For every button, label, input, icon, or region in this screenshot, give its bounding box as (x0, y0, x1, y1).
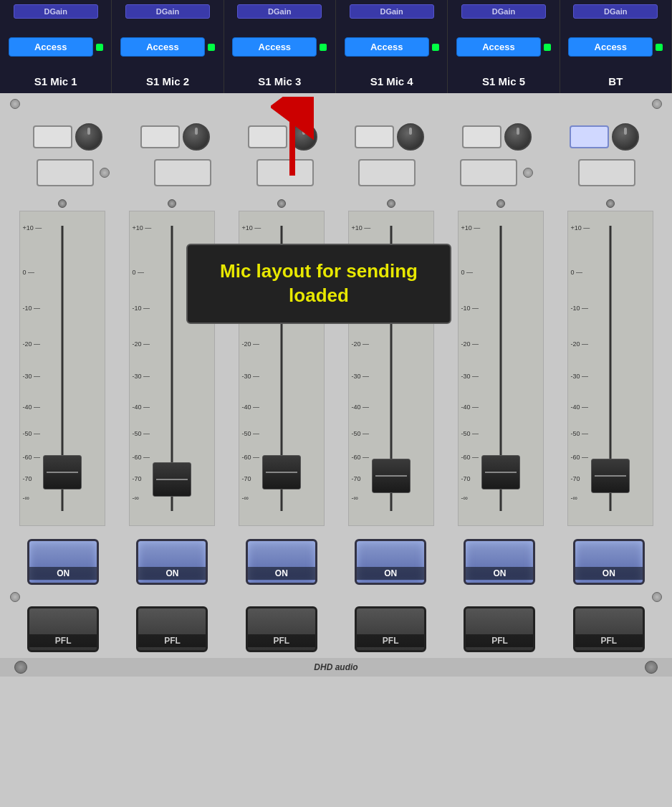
channel-4-header: DGain Access S1 Mic 4 (336, 0, 448, 93)
screw-r2-1 (100, 168, 110, 178)
on-button-3[interactable]: ON (246, 539, 317, 585)
green-indicator-1 (96, 44, 103, 51)
channel-1-label: S1 Mic 1 (34, 75, 77, 87)
green-indicator-2 (208, 44, 215, 51)
dgain-2-button[interactable]: DGain (125, 4, 210, 19)
knob-1[interactable] (75, 123, 102, 151)
channel-3-label: S1 Mic 3 (258, 75, 301, 87)
screw-fader-2-top (168, 199, 176, 208)
access-4-button[interactable]: Access (345, 37, 429, 57)
knob-4[interactable] (397, 123, 424, 151)
green-indicator-5 (544, 44, 551, 51)
access-3-button[interactable]: Access (232, 37, 317, 57)
button-row2-2[interactable] (154, 159, 211, 186)
screw-fader-3-top (277, 199, 286, 208)
fader-handle-4[interactable] (372, 459, 411, 493)
screw-r2-2 (523, 168, 533, 178)
on-button-2[interactable]: ON (136, 539, 208, 585)
fader-channel-5: +10 — 0 — -10 — -20 — -30 — -40 — -50 — … (454, 199, 547, 526)
pfl-buttons-row: PFL PFL PFL PFL PFL PFL (0, 603, 672, 658)
screw-top-right (652, 99, 662, 109)
knobs-row (0, 110, 672, 156)
pfl-button-3[interactable]: PFL (246, 606, 317, 652)
green-indicator-bt (656, 44, 663, 51)
button-rect-1[interactable] (33, 125, 72, 148)
pfl-button-6[interactable]: PFL (573, 606, 645, 652)
bottom-bar: DHD audio (0, 658, 672, 677)
knob-5[interactable] (504, 123, 532, 151)
on-label-6: ON (575, 567, 643, 580)
channel-5-header: DGain Access S1 Mic 5 (448, 0, 560, 93)
knob-6[interactable] (612, 123, 639, 151)
pfl-button-4[interactable]: PFL (355, 606, 426, 652)
screw-fader-4-top (387, 199, 395, 208)
on-button-4[interactable]: ON (355, 539, 426, 585)
screw-fader-6-top (606, 199, 615, 208)
access-2-button[interactable]: Access (120, 37, 205, 57)
on-label-1: ON (29, 567, 97, 580)
button-row2-5[interactable] (460, 159, 517, 186)
screw-fader-1-top (58, 199, 67, 208)
dgain-4-button[interactable]: DGain (350, 4, 434, 19)
notification-box: Mic layout for sending loaded (186, 244, 451, 324)
knob-group-6 (570, 123, 639, 151)
on-label-5: ON (466, 567, 533, 580)
button-rect-4[interactable] (355, 125, 394, 148)
fader-channel-1: +10 — 0 — -10 — -20 — -30 — -40 — -50 — … (16, 199, 109, 526)
dgain-5-button[interactable]: DGain (461, 4, 546, 19)
on-button-6[interactable]: ON (573, 539, 645, 585)
on-button-1[interactable]: ON (27, 539, 99, 585)
button-rect-5[interactable] (462, 125, 501, 148)
access-bt-button[interactable]: Access (568, 37, 653, 57)
channel-bt-header: DGain Access BT (560, 0, 672, 93)
green-indicator-4 (432, 44, 439, 51)
bottom-screw-left (14, 661, 27, 674)
arrow-indicator (271, 97, 314, 176)
fader-channel-6: +10 — 0 — -10 — -20 — -30 — -40 — -50 — … (564, 199, 657, 526)
pfl-button-2[interactable]: PFL (136, 606, 208, 652)
knob-group-2 (140, 123, 210, 151)
access-5-button[interactable]: Access (456, 37, 541, 57)
on-button-5[interactable]: ON (464, 539, 535, 585)
pfl-button-5[interactable]: PFL (464, 606, 535, 652)
pfl-button-1[interactable]: PFL (27, 606, 99, 652)
channel-3-header: DGain Access S1 Mic 3 (224, 0, 336, 93)
btn-group-r2-1 (37, 159, 110, 186)
button-rect-2[interactable] (140, 125, 180, 148)
fader-handle-6[interactable] (591, 459, 630, 493)
channel-1-header: DGain Access S1 Mic 1 (0, 0, 112, 93)
dgain-3-button[interactable]: DGain (237, 4, 322, 19)
screen-area: DGain Access S1 Mic 1 DGain Access S1 Mi… (0, 0, 672, 93)
screw-fader-5-top (496, 199, 505, 208)
channel-2-label: S1 Mic 2 (146, 75, 189, 87)
pfl-label-3: PFL (248, 634, 315, 647)
button-row2-6[interactable] (578, 159, 635, 186)
dgain-1-button[interactable]: DGain (14, 4, 98, 19)
fader-handle-1[interactable] (43, 455, 82, 490)
fader-scale-5: +10 — 0 — -10 — -20 — -30 — -40 — -50 — … (458, 211, 544, 526)
knob-group-4 (355, 123, 424, 151)
channel-bt-label: BT (608, 75, 623, 87)
access-1-button[interactable]: Access (9, 37, 93, 57)
button-rect-6-lit[interactable] (570, 125, 609, 148)
button-row2-1[interactable] (37, 159, 94, 186)
screw-mid-right (652, 592, 662, 602)
fader-handle-5[interactable] (481, 455, 520, 490)
knob-2[interactable] (183, 123, 210, 151)
notification-text: Mic layout for sending loaded (205, 259, 433, 308)
green-indicator-3 (320, 44, 327, 51)
channel-4-label: S1 Mic 4 (370, 75, 413, 87)
pfl-label-5: PFL (466, 634, 533, 647)
on-label-2: ON (138, 567, 206, 580)
btn-group-r2-5 (460, 159, 533, 186)
screw-top-left (10, 99, 20, 109)
dhd-logo: DHD audio (314, 662, 357, 672)
button-row-2 (0, 156, 672, 192)
button-row2-4[interactable] (358, 159, 416, 186)
mid-screws-row (0, 588, 672, 603)
pfl-label-1: PFL (29, 634, 97, 647)
fader-handle-2[interactable] (153, 462, 191, 497)
knob-group-1 (33, 123, 102, 151)
dgain-bt-button[interactable]: DGain (573, 4, 658, 19)
fader-handle-3[interactable] (262, 455, 301, 490)
